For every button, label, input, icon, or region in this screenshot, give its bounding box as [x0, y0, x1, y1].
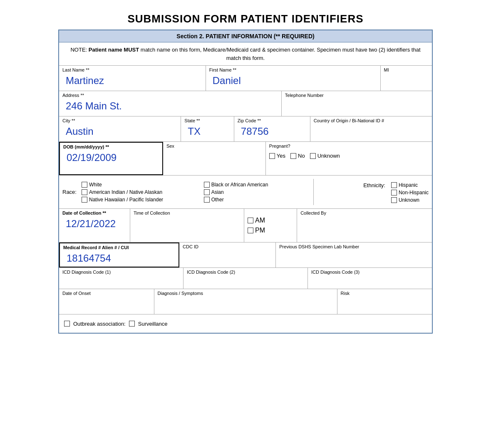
state-label: State ** — [184, 118, 231, 123]
country-label: Country of Origin / Bi-National ID # — [314, 118, 429, 123]
icd1-label: ICD Diagnosis Code (1) — [62, 270, 180, 275]
pm-label: PM — [255, 227, 265, 234]
medical-record-value[interactable]: 18164754 — [63, 251, 175, 264]
prev-dshs-label: Previous DSHS Specimen Lab Number — [279, 244, 429, 249]
address-label: Address ** — [62, 93, 278, 98]
eth-unknown-item[interactable]: Unknown — [391, 197, 429, 203]
race-other-item[interactable]: Other — [204, 197, 314, 203]
sex-label: Sex — [166, 144, 262, 149]
outbreak-checkbox[interactable] — [64, 321, 70, 327]
race-nhpi-item[interactable]: Native Hawaiian / Pacific Islander — [82, 197, 191, 203]
city-row: City ** Austin State ** TX Zip Code ** 7… — [59, 116, 432, 142]
collection-inner: Time of Collection AM PM — [130, 209, 297, 242]
zip-value[interactable]: 78756 — [238, 124, 307, 137]
last-name-label: Last Name ** — [62, 67, 202, 72]
race-other-checkbox[interactable] — [204, 197, 210, 203]
am-checkbox[interactable] — [248, 218, 253, 223]
medical-record-label: Medical Record # Alien # / CUI — [63, 245, 175, 250]
address-row: Address ** 246 Main St. Telephone Number — [59, 91, 432, 116]
collected-by-cell: Collected By — [297, 209, 432, 242]
pregnant-yes-checkbox[interactable] — [269, 153, 275, 159]
city-value[interactable]: Austin — [62, 124, 177, 137]
pm-item[interactable]: PM — [248, 227, 293, 234]
ethnicity-label: Ethnicity: — [363, 182, 385, 188]
race-white-checkbox[interactable] — [82, 182, 87, 188]
diagnosis-cell: Diagnosis / Symptoms — [154, 289, 337, 314]
country-value[interactable] — [314, 124, 429, 126]
race-col-left: White American Indian / Native Alaskan N… — [82, 182, 191, 203]
time-collection-label: Time of Collection — [134, 210, 241, 215]
eth-unknown-checkbox[interactable] — [391, 197, 397, 203]
eth-nonhispanic-item[interactable]: Non-Hispanic — [391, 190, 429, 196]
race-baa-item[interactable]: Black or African American — [204, 182, 314, 188]
eth-unknown-label: Unknown — [399, 197, 419, 203]
eth-hispanic-checkbox[interactable] — [391, 182, 397, 188]
first-name-label: First Name ** — [209, 67, 377, 72]
race-ai-item[interactable]: American Indian / Native Alaskan — [82, 189, 191, 195]
date-collection-label: Date of Collection ** — [62, 210, 126, 215]
address-value[interactable]: 246 Main St. — [62, 99, 278, 112]
risk-label: Risk — [341, 291, 429, 296]
am-item[interactable]: AM — [248, 217, 293, 224]
race-baa-checkbox[interactable] — [204, 182, 210, 188]
eth-hispanic-item[interactable]: Hispanic — [391, 182, 429, 188]
eth-nonhispanic-checkbox[interactable] — [391, 190, 397, 196]
country-cell: Country of Origin / Bi-National ID # — [310, 116, 432, 141]
race-asian-checkbox[interactable] — [204, 189, 210, 195]
note-text-bold: Patient name MUST — [89, 47, 139, 53]
eth-hispanic-label: Hispanic — [399, 182, 418, 188]
race-asian-item[interactable]: Asian — [204, 189, 314, 195]
first-name-value[interactable]: Daniel — [209, 73, 377, 87]
surveillance-checkbox[interactable] — [129, 321, 135, 327]
pregnant-yes-item[interactable]: Yes — [269, 153, 285, 159]
pregnant-no-checkbox[interactable] — [290, 153, 296, 159]
race-ai-checkbox[interactable] — [82, 189, 87, 195]
state-cell: State ** TX — [181, 116, 234, 141]
onset-row: Date of Onset Diagnosis / Symptoms Risk — [59, 289, 432, 314]
mi-cell: MI — [381, 66, 432, 91]
race-label: Race: — [62, 189, 77, 195]
icd1-cell: ICD Diagnosis Code (1) — [59, 268, 184, 289]
address-cell: Address ** 246 Main St. — [59, 91, 282, 116]
race-white-item[interactable]: White — [82, 182, 191, 188]
page-title: SUBMISSION FORM PATIENT IDENTIFIERS — [58, 12, 433, 25]
icd3-label: ICD Diagnosis Code (3) — [311, 270, 429, 275]
pregnant-cell: Pregnant? Yes No Unknown — [266, 142, 432, 175]
note-row: NOTE: Patient name MUST match name on th… — [59, 42, 432, 66]
collected-by-label: Collected By — [300, 210, 429, 215]
ethnicity-col: Hispanic Non-Hispanic Unknown — [391, 182, 429, 203]
pregnant-no-label: No — [298, 153, 305, 159]
date-onset-label: Date of Onset — [62, 291, 151, 296]
pm-checkbox[interactable] — [248, 228, 253, 233]
race-asian-label: Asian — [211, 189, 224, 195]
icd2-label: ICD Diagnosis Code (2) — [187, 270, 304, 275]
mi-label: MI — [384, 67, 429, 72]
time-collection-cell: Time of Collection — [130, 209, 244, 242]
icd-row: ICD Diagnosis Code (1) ICD Diagnosis Cod… — [59, 268, 432, 289]
ampm-cell: AM PM — [244, 209, 297, 242]
ethnicity-section: Ethnicity: Hispanic Non-Hispanic Unknown — [313, 179, 429, 205]
form-outer: Section 2. PATIENT INFORMATION (** REQUI… — [58, 30, 433, 334]
dob-label: DOB (mm/dd/yyyy) ** — [63, 144, 159, 149]
collection-row: Date of Collection ** 12/21/2022 Time of… — [59, 209, 432, 243]
telephone-value[interactable] — [285, 99, 429, 100]
risk-cell: Risk — [337, 289, 432, 314]
icd2-cell: ICD Diagnosis Code (2) — [184, 268, 308, 289]
sex-value[interactable] — [166, 149, 262, 151]
race-other-label: Other — [211, 197, 224, 203]
pregnant-unknown-item[interactable]: Unknown — [310, 153, 340, 159]
mi-value[interactable] — [384, 73, 429, 75]
race-baa-label: Black or African American — [211, 182, 268, 188]
pregnant-unknown-checkbox[interactable] — [310, 153, 316, 159]
last-name-cell: Last Name ** Martinez — [59, 66, 206, 91]
date-collection-cell: Date of Collection ** 12/21/2022 — [59, 209, 130, 242]
date-collection-value[interactable]: 12/21/2022 — [62, 216, 126, 230]
section-header: Section 2. PATIENT INFORMATION (** REQUI… — [59, 30, 432, 42]
state-value[interactable]: TX — [184, 124, 231, 137]
telephone-cell: Telephone Number — [282, 91, 432, 116]
race-nhpi-checkbox[interactable] — [82, 197, 87, 203]
pregnant-no-item[interactable]: No — [290, 153, 305, 159]
dob-value[interactable]: 02/19/2009 — [63, 150, 159, 163]
last-name-value[interactable]: Martinez — [62, 73, 202, 87]
sex-cell: Sex — [163, 142, 266, 175]
